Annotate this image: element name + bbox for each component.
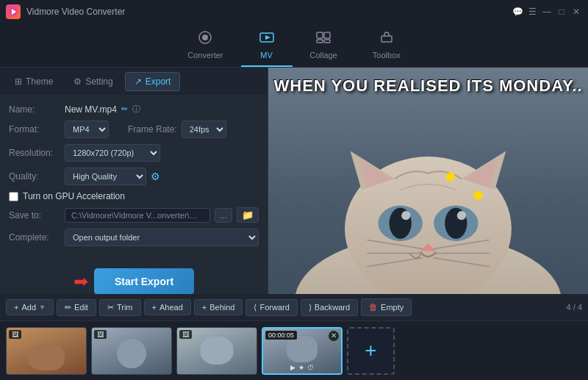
bottom-section: + Add ▼ ✏ Edit ✂ Trim + Ahead + Behind ⟨ (0, 294, 588, 380)
svg-point-34 (474, 191, 483, 200)
ahead-icon: + (152, 303, 157, 312)
app-icon (6, 4, 21, 19)
sub-tab-theme[interactable]: ⊞ Theme (6, 73, 62, 90)
thumbnail-4[interactable]: 00:00:05 ✕ ▶ ★ ⏱ (262, 327, 343, 375)
behind-button[interactable]: + Behind (194, 299, 243, 315)
saveto-row: Save to: C:\Vidmore\Vidmore V...onverter… (9, 207, 259, 223)
ahead-button[interactable]: + Ahead (144, 299, 191, 315)
edit-icon[interactable]: ✏ (121, 104, 128, 114)
thumbnail-2[interactable]: 🖼 (91, 327, 172, 375)
resolution-label: Resolution: (9, 148, 60, 158)
add-clip-button[interactable]: + (347, 327, 395, 375)
setting-icon: ⚙ (74, 76, 82, 87)
sub-tab-export[interactable]: ↗ Export (125, 72, 181, 91)
tab-toolbox-label: Toolbox (373, 51, 401, 60)
complete-select[interactable]: Open output folder Do nothing (65, 229, 259, 246)
title-bar: Vidmore Video Converter 💬 ☰ — □ ✕ (0, 0, 588, 24)
collage-icon (315, 31, 331, 48)
maximize-button[interactable]: □ (556, 6, 567, 18)
timeline-toolbar: + Add ▼ ✏ Edit ✂ Trim + Ahead + Behind ⟨ (0, 294, 588, 321)
thumbnail-1[interactable]: 🖼 (6, 327, 87, 375)
name-value: New MV.mp4 (65, 104, 117, 115)
framerate-label: Frame Rate: (128, 124, 177, 135)
red-arrow-icon: ➡ (74, 271, 88, 292)
svg-rect-7 (324, 32, 330, 38)
svg-point-3 (202, 35, 208, 40)
info-icon[interactable]: ⓘ (132, 104, 140, 115)
svg-rect-6 (317, 32, 323, 38)
backward-button[interactable]: ⟩ Backward (301, 299, 358, 316)
thumbnail-3[interactable]: 🖼 (176, 327, 257, 375)
tab-toolbox[interactable]: Toolbox (355, 24, 418, 67)
backward-label: Backward (315, 303, 350, 312)
thumbnails-row: 🖼 🖼 🖼 00:00:05 ✕ (0, 321, 588, 380)
quality-row: Quality: High Quality Medium Quality Low… (9, 168, 259, 185)
browse-dots-button[interactable]: ... (215, 208, 232, 223)
start-export-button[interactable]: Start Export (94, 268, 194, 295)
thumb-4-close[interactable]: ✕ (329, 331, 339, 341)
edit-label: Edit (74, 303, 88, 312)
name-row: Name: New MV.mp4 ✏ ⓘ (9, 104, 259, 115)
menu-button[interactable]: ☰ (526, 6, 538, 18)
add-more-icon: + (365, 339, 376, 362)
sub-tabs: ⊞ Theme ⚙ Setting ↗ Export (0, 68, 268, 96)
tab-mv[interactable]: MV (241, 24, 293, 67)
tab-collage[interactable]: Collage (293, 24, 355, 67)
svg-point-25 (457, 211, 466, 220)
svg-rect-8 (317, 40, 323, 43)
behind-icon: + (202, 303, 207, 312)
tab-collage-label: Collage (310, 51, 337, 60)
add-dropdown-icon: ▼ (39, 304, 46, 311)
export-button-area: ➡ Start Export (9, 268, 259, 295)
edit-button[interactable]: ✏ Edit (57, 299, 96, 316)
sub-tab-setting[interactable]: ⚙ Setting (65, 73, 121, 90)
mv-icon (259, 31, 275, 48)
quality-select[interactable]: High Quality Medium Quality Low Quality (65, 168, 146, 185)
meme-text: WHEN YOU REALISED ITS MONDAY.. (268, 76, 588, 96)
svg-point-33 (446, 172, 455, 181)
complete-label: Complete: (9, 232, 60, 243)
complete-row: Complete: Open output folder Do nothing (9, 229, 259, 246)
ahead-label: Ahead (159, 303, 183, 312)
add-label: Add (21, 303, 36, 312)
resolution-select[interactable]: 1280x720 (720p) 1920x1080 (1080p) 854x48… (65, 144, 160, 162)
trash-icon: 🗑 (369, 302, 378, 312)
thumb-1-badge: 🖼 (9, 330, 21, 339)
quality-gear-icon[interactable]: ⚙ (151, 171, 160, 182)
close-button[interactable]: ✕ (570, 6, 582, 18)
thumb-clock-icon[interactable]: ⏱ (307, 364, 314, 371)
forward-icon: ⟨ (254, 303, 257, 312)
quality-label: Quality: (9, 171, 60, 182)
saveto-label: Save to: (9, 210, 60, 221)
thumb-play-icon[interactable]: ▶ (290, 364, 295, 371)
open-folder-button[interactable]: 📁 (237, 207, 259, 223)
gpu-checkbox[interactable] (9, 192, 18, 201)
sub-tab-setting-label: Setting (85, 76, 112, 87)
chat-button[interactable]: 💬 (512, 6, 523, 18)
format-select[interactable]: MP4 AVI MOV MKV (65, 121, 109, 138)
toolbar-left: + Add ▼ ✏ Edit ✂ Trim + Ahead + Behind ⟨ (6, 298, 412, 316)
forward-button[interactable]: ⟨ Forward (245, 299, 297, 316)
toolbox-icon (379, 31, 395, 48)
nav-bar: Converter MV Collage Toolbox (0, 24, 588, 68)
theme-icon: ⊞ (15, 76, 22, 87)
thumb-3-badge: 🖼 (179, 330, 192, 339)
empty-button[interactable]: 🗑 Empty (361, 298, 412, 316)
window-controls: 💬 ☰ — □ ✕ (512, 6, 582, 18)
thumb-2-badge: 🖼 (94, 330, 107, 339)
save-path: C:\Vidmore\Vidmore V...onverter\MV Expor… (65, 208, 210, 223)
thumb-star-icon[interactable]: ★ (298, 364, 304, 371)
svg-point-24 (401, 211, 410, 220)
tab-converter[interactable]: Converter (170, 24, 240, 67)
trim-button[interactable]: ✂ Trim (99, 299, 141, 316)
svg-rect-9 (324, 40, 330, 43)
name-label: Name: (9, 104, 60, 115)
framerate-select[interactable]: 24fps 30fps 60fps (182, 121, 226, 138)
minimize-button[interactable]: — (541, 6, 553, 18)
title-bar-left: Vidmore Video Converter (6, 4, 125, 19)
add-button[interactable]: + Add ▼ (6, 299, 54, 315)
format-row: Format: MP4 AVI MOV MKV Frame Rate: 24fp… (9, 121, 259, 138)
sub-tab-theme-label: Theme (26, 76, 53, 87)
gpu-row: Turn on GPU Acceleration (9, 191, 259, 201)
export-icon: ↗ (135, 76, 142, 87)
